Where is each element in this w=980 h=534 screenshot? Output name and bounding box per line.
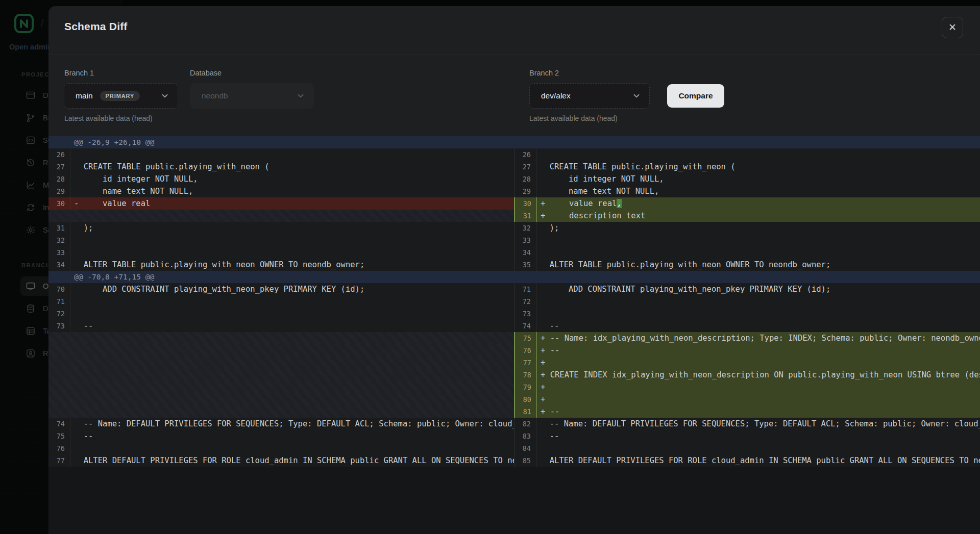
diff-line-right: 35 ALTER TABLE public.playing_with_neon …: [514, 259, 980, 271]
code-line: [70, 308, 514, 320]
diff-line-left: 30- value real: [48, 197, 514, 210]
diff-row: 32 33: [48, 234, 980, 246]
code-line: --: [70, 430, 514, 442]
diff-line-right: 75+ -- Name: idx_playing_with_neon_descr…: [514, 332, 980, 344]
diff-line-left: 75 --: [48, 430, 514, 442]
diff-line-left: 33: [48, 246, 514, 259]
line-number: 82: [514, 418, 536, 430]
diff-line-right: 71 ADD CONSTRAINT playing_with_neon_pkey…: [514, 283, 980, 295]
diff-row: 33 34: [48, 246, 980, 259]
branch1-label: Branch 1: [64, 69, 94, 77]
code-line: [70, 234, 514, 246]
diff-row: 77+: [48, 357, 980, 369]
diff-row: 72 73: [48, 308, 980, 320]
diff-row: 79+: [48, 381, 980, 393]
branch2-select[interactable]: dev/alex: [529, 83, 650, 109]
diff-row: 75 --83 --: [48, 430, 980, 442]
diff-line-right: 83 --: [514, 430, 980, 442]
code-line: ADD CONSTRAINT playing_with_neon_pkey PR…: [70, 283, 514, 295]
branch1-select[interactable]: main PRIMARY: [64, 83, 178, 109]
diff-filler: [48, 357, 514, 369]
line-number: 31: [515, 210, 537, 222]
diff-row: 28 id integer NOT NULL,28 id integer NOT…: [48, 173, 980, 185]
diff-line-right: 30+ value real,: [514, 197, 980, 210]
code-line: +: [537, 381, 980, 393]
code-line: [536, 148, 980, 161]
diff-line-right: 27 CREATE TABLE public.playing_with_neon…: [514, 161, 980, 173]
code-line: id integer NOT NULL,: [536, 173, 980, 185]
diff-filler: [48, 405, 514, 418]
code-line: ALTER DEFAULT PRIVILEGES FOR ROLE cloud_…: [536, 454, 980, 467]
diff-filler: [48, 369, 514, 381]
line-number: 77: [48, 454, 70, 467]
line-number: 30: [515, 197, 537, 210]
diff-line-right: 74 --: [514, 320, 980, 332]
line-number: 74: [48, 418, 70, 430]
code-line: --: [536, 320, 980, 332]
diff-line-right: 82 -- Name: DEFAULT PRIVILEGES FOR SEQUE…: [514, 418, 980, 430]
line-number: 29: [48, 185, 70, 197]
code-line: name text NOT NULL,: [536, 185, 980, 197]
code-line: ALTER DEFAULT PRIVILEGES FOR ROLE cloud_…: [70, 454, 514, 467]
word-diff-highlight: ,: [617, 199, 621, 208]
diff-line-left: 73 --: [48, 320, 514, 332]
line-number: 29: [514, 185, 536, 197]
diff-row: 81+ --: [48, 405, 980, 418]
diff-line-right: 73: [514, 308, 980, 320]
line-number: 85: [514, 454, 536, 467]
line-number: 74: [514, 320, 536, 332]
chevron-down-icon: [160, 91, 169, 100]
diff-line-left: 26: [48, 148, 514, 161]
branch2-label: Branch 2: [529, 69, 559, 77]
diff-row: 74 -- Name: DEFAULT PRIVILEGES FOR SEQUE…: [48, 418, 980, 430]
hunk-header: @@ -70,8 +71,15 @@: [48, 271, 980, 283]
diff-row: 76+ --: [48, 344, 980, 357]
line-number: 76: [515, 344, 537, 357]
line-number: 75: [515, 332, 537, 344]
close-button[interactable]: ✕: [942, 17, 963, 38]
code-line: + value real,: [537, 197, 980, 210]
line-number: 27: [48, 161, 70, 173]
database-select: neondb: [190, 83, 314, 109]
line-number: 81: [515, 405, 537, 418]
code-line: CREATE TABLE public.playing_with_neon (: [70, 161, 514, 173]
diff-line-right: 79+: [514, 381, 980, 393]
diff-line-left: 72: [48, 308, 514, 320]
line-number: 73: [514, 308, 536, 320]
line-number: 72: [514, 295, 536, 308]
database-value: neondb: [202, 91, 228, 100]
hunk-header: @@ -26,9 +26,10 @@: [48, 136, 980, 148]
line-number: 31: [48, 222, 70, 234]
diff-line-left: 27 CREATE TABLE public.playing_with_neon…: [48, 161, 514, 173]
code-line: name text NOT NULL,: [70, 185, 514, 197]
diff-line-right: 26: [514, 148, 980, 161]
line-number: 27: [514, 161, 536, 173]
code-line: [536, 295, 980, 308]
diff-line-right: 29 name text NOT NULL,: [514, 185, 980, 197]
line-number: 73: [48, 320, 70, 332]
compare-button[interactable]: Compare: [667, 84, 724, 108]
branch1-value: main: [76, 91, 93, 100]
diff-row: 26 26: [48, 148, 980, 161]
code-line: -- Name: DEFAULT PRIVILEGES FOR SEQUENCE…: [70, 418, 514, 430]
code-line: + --: [537, 344, 980, 357]
line-number: 75: [48, 430, 70, 442]
line-number: 34: [48, 259, 70, 271]
diff-line-right: 84: [514, 442, 980, 454]
diff-line-left: 71: [48, 295, 514, 308]
code-line: [536, 442, 980, 454]
code-line: --: [536, 430, 980, 442]
line-number: 71: [48, 295, 70, 308]
diff-line-left: 70 ADD CONSTRAINT playing_with_neon_pkey…: [48, 283, 514, 295]
diff-line-left: 31 );: [48, 222, 514, 234]
diff-line-left: 29 name text NOT NULL,: [48, 185, 514, 197]
schema-diff-modal: Schema Diff ✕ Branch 1 Database Branch 2…: [48, 6, 980, 534]
diff-line-right: 34: [514, 246, 980, 259]
diff-row: 76 84: [48, 442, 980, 454]
code-line: );: [536, 222, 980, 234]
modal-title: Schema Diff: [64, 20, 128, 33]
code-line: +: [537, 393, 980, 405]
header-divider: [48, 55, 980, 55]
diff-line-right: 31+ description text: [514, 210, 980, 222]
diff-line-left: 28 id integer NOT NULL,: [48, 173, 514, 185]
